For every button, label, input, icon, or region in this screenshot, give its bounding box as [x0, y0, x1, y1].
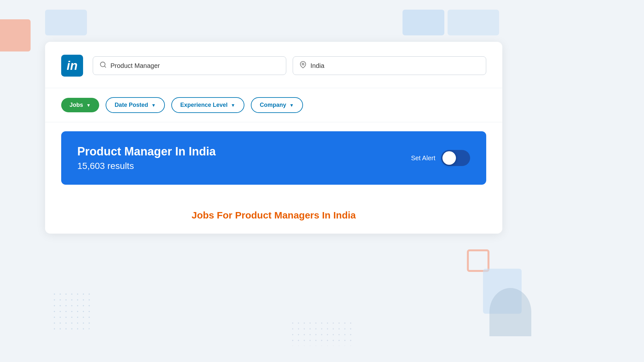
- keyword-search-wrapper[interactable]: Product Manager: [93, 56, 286, 75]
- location-icon: [299, 61, 307, 70]
- filters-section: Jobs ▼ Date Posted ▼ Experience Level ▼ …: [45, 88, 502, 122]
- bg-decor-topright1: [402, 10, 444, 35]
- jobs-filter-button[interactable]: Jobs ▼: [61, 98, 99, 112]
- alert-label: Set Alert: [411, 154, 435, 162]
- bg-decor-dots-center: [290, 320, 354, 346]
- location-search-value: India: [310, 62, 324, 70]
- bottom-section: Jobs For Product Managers In India: [45, 194, 502, 234]
- bg-decor-bottomblue: [483, 269, 522, 314]
- linkedin-logo: in: [61, 55, 83, 77]
- experience-level-filter-label: Experience Level: [180, 102, 228, 108]
- search-inputs: Product Manager India: [93, 56, 486, 75]
- linkedin-logo-text: in: [67, 60, 78, 72]
- bg-decor-topright2: [448, 10, 499, 35]
- keyword-search-value: Product Manager: [110, 62, 160, 70]
- results-banner: Product Manager In India 15,603 results …: [61, 131, 486, 185]
- bg-decor-outline: [467, 249, 489, 272]
- bg-decor-salmon: [0, 19, 31, 51]
- date-posted-filter-label: Date Posted: [115, 102, 148, 108]
- results-info: Product Manager In India 15,603 results: [77, 145, 216, 171]
- date-posted-filter-button[interactable]: Date Posted ▼: [106, 97, 165, 113]
- main-card: in Product Manager In: [45, 42, 502, 234]
- bg-decor-person: [489, 288, 531, 336]
- results-count: 15,603 results: [77, 161, 216, 171]
- jobs-filter-label: Jobs: [70, 102, 83, 108]
- svg-point-2: [302, 63, 304, 65]
- company-filter-button[interactable]: Company ▼: [251, 97, 303, 113]
- search-icon: [99, 61, 107, 70]
- company-chevron-icon: ▼: [289, 103, 294, 108]
- experience-level-chevron-icon: ▼: [231, 103, 235, 108]
- toggle-knob: [442, 151, 456, 165]
- company-filter-label: Company: [260, 102, 286, 108]
- experience-level-filter-button[interactable]: Experience Level ▼: [171, 97, 244, 113]
- svg-line-1: [104, 66, 106, 67]
- bg-decor-dots-left: [52, 291, 90, 330]
- search-section: in Product Manager In: [45, 42, 502, 88]
- jobs-chevron-icon: ▼: [86, 103, 91, 108]
- date-posted-chevron-icon: ▼: [151, 103, 156, 108]
- results-title: Product Manager In India: [77, 145, 216, 158]
- bg-decor-blue-top: [45, 10, 87, 35]
- bottom-title: Jobs For Product Managers In India: [61, 210, 486, 221]
- set-alert-toggle[interactable]: [441, 150, 470, 166]
- location-search-wrapper[interactable]: India: [293, 56, 486, 75]
- alert-section: Set Alert: [411, 150, 470, 166]
